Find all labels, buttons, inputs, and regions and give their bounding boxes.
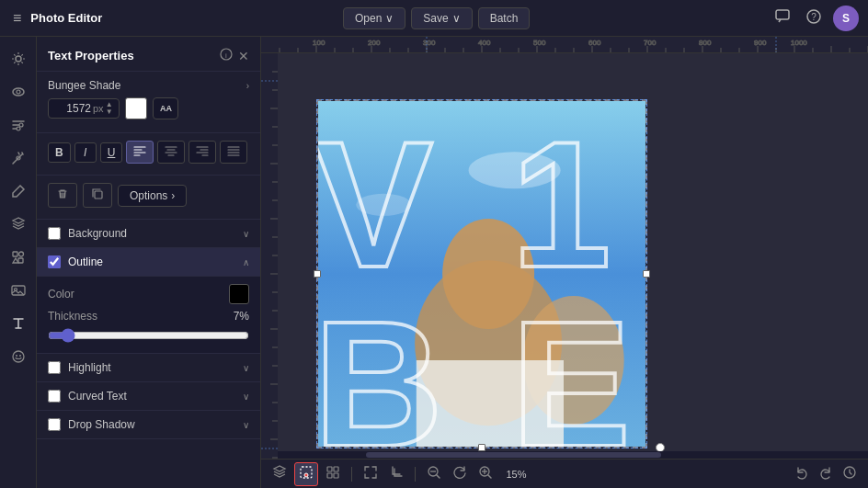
thickness-slider[interactable]	[48, 328, 249, 343]
main-area: Text Properties i ✕ Bungee Shade ›	[0, 37, 868, 488]
background-checkbox[interactable]	[48, 227, 61, 240]
topbar-right: ? S	[771, 5, 859, 32]
eye-icon	[11, 85, 26, 99]
svg-text:800: 800	[699, 39, 712, 47]
zoom-out-button[interactable]	[423, 463, 445, 485]
align-left-button[interactable]	[126, 141, 154, 164]
sidebar-item-adjust[interactable]	[4, 110, 33, 140]
svg-text:700: 700	[644, 39, 657, 47]
drop-shadow-row[interactable]: Drop Shadow ∨	[37, 411, 260, 439]
h-scrollbar-thumb[interactable]	[366, 452, 661, 458]
align-justify-button[interactable]	[220, 141, 247, 164]
font-row: Bungee Shade ›	[48, 79, 249, 92]
sidebar-item-shapes[interactable]	[4, 243, 33, 272]
options-button[interactable]: Options ›	[118, 185, 187, 207]
font-color-swatch[interactable]	[125, 97, 147, 119]
history-button[interactable]	[839, 463, 861, 485]
text-properties-panel: Text Properties i ✕ Bungee Shade ›	[37, 37, 261, 488]
svg-point-6	[19, 123, 23, 127]
settings-icon	[11, 51, 26, 66]
svg-text:B: B	[318, 283, 443, 447]
sidebar-item-settings[interactable]	[4, 44, 33, 74]
batch-button[interactable]: Batch	[478, 7, 531, 29]
svg-rect-106	[327, 467, 332, 471]
layers-button[interactable]	[268, 463, 291, 485]
open-label: Open	[355, 12, 382, 25]
panel-header-icons: i ✕	[220, 48, 249, 63]
svg-rect-108	[327, 473, 332, 478]
delete-button[interactable]	[48, 183, 77, 208]
canvas-image[interactable]: V 1 B E	[316, 99, 647, 448]
italic-button[interactable]: I	[74, 142, 97, 163]
save-button[interactable]: Save ∨	[411, 7, 472, 29]
background-row[interactable]: Background ∨	[37, 220, 260, 248]
align-right-button[interactable]	[188, 141, 216, 164]
curved-text-row[interactable]: Curved Text ∨	[37, 382, 260, 411]
svg-text:AA: AA	[160, 104, 172, 113]
highlight-row[interactable]: Highlight ∨	[37, 354, 260, 382]
chat-button[interactable]	[771, 5, 794, 32]
svg-point-7	[17, 127, 20, 131]
color-label: Color	[48, 288, 74, 301]
grid-icon	[326, 465, 340, 480]
grid-button[interactable]	[322, 463, 344, 485]
avatar[interactable]: S	[833, 6, 859, 31]
undo-redo-group	[791, 463, 861, 485]
svg-rect-109	[334, 473, 338, 478]
align-center-button[interactable]	[157, 141, 185, 164]
curved-text-chevron-icon: ∨	[243, 392, 249, 402]
save-chevron-icon: ∨	[452, 12, 461, 25]
bold-button[interactable]: B	[48, 142, 71, 163]
align-right-icon	[196, 144, 209, 157]
sidebar-item-layers[interactable]	[4, 210, 33, 239]
crop-button[interactable]	[385, 463, 407, 485]
underline-icon: U	[108, 146, 116, 159]
svg-rect-107	[334, 467, 338, 471]
rotate-button[interactable]	[449, 463, 471, 485]
topbar-left: ≡ Photo Editor	[9, 6, 102, 30]
icon-sidebar	[0, 37, 37, 488]
drop-shadow-label: Drop Shadow	[68, 418, 235, 431]
select-button[interactable]	[294, 462, 318, 486]
help-button[interactable]: ?	[802, 5, 826, 32]
font-size-input[interactable]	[54, 102, 91, 115]
outline-row[interactable]: Outline ∧	[37, 248, 260, 277]
panel-title: Text Properties	[48, 49, 134, 62]
fit-button[interactable]	[360, 463, 382, 485]
shapes-icon	[11, 250, 26, 265]
sidebar-item-image[interactable]	[4, 276, 33, 305]
bottom-bar: 15%	[261, 459, 868, 488]
size-down-button[interactable]: ▼	[106, 108, 113, 116]
text-case-button[interactable]: AA	[153, 97, 178, 119]
outline-checkbox[interactable]	[48, 255, 61, 268]
panel-info-button[interactable]: i	[220, 48, 233, 63]
sidebar-item-brush[interactable]	[4, 176, 33, 206]
highlight-checkbox[interactable]	[48, 361, 61, 374]
rotate-icon	[452, 465, 467, 480]
underline-button[interactable]: U	[100, 142, 123, 163]
sidebar-item-magic[interactable]	[4, 143, 33, 173]
undo-button[interactable]	[791, 463, 813, 485]
svg-text:400: 400	[478, 39, 491, 47]
canvas-scroll[interactable]: V 1 B E	[261, 53, 868, 459]
open-button[interactable]: Open ∨	[343, 7, 405, 29]
menu-button[interactable]: ≡	[9, 6, 25, 30]
panel-close-button[interactable]: ✕	[238, 49, 249, 63]
history-icon	[842, 465, 857, 480]
zoom-in-button[interactable]	[474, 463, 497, 485]
duplicate-icon	[91, 187, 104, 200]
text-icon	[11, 316, 26, 331]
drop-shadow-checkbox[interactable]	[48, 418, 61, 431]
sidebar-item-eye[interactable]	[4, 77, 33, 107]
outline-color-swatch[interactable]	[229, 284, 249, 304]
svg-text:200: 200	[368, 39, 381, 47]
redo-button[interactable]	[815, 463, 837, 485]
sidebar-item-text[interactable]	[4, 309, 33, 338]
thickness-value: 7%	[234, 310, 249, 323]
h-scrollbar[interactable]	[278, 451, 868, 459]
duplicate-button[interactable]	[83, 183, 112, 208]
sidebar-item-sticker[interactable]	[4, 342, 33, 371]
curved-text-checkbox[interactable]	[48, 390, 61, 403]
svg-rect-21	[261, 37, 868, 53]
separator-2	[415, 467, 416, 482]
